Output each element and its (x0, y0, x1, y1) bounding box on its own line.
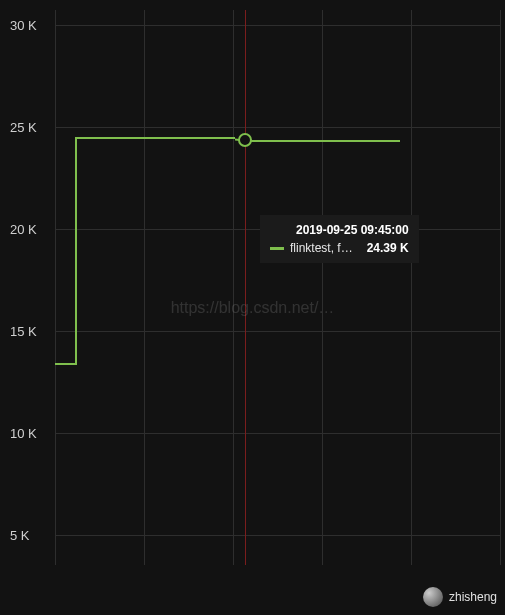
ytick-30k: 30 K (0, 18, 50, 33)
author-badge: zhisheng (423, 587, 497, 607)
gridline-v (322, 10, 323, 565)
gridline-h (55, 127, 500, 128)
tooltip-timestamp: 2019-09-25 09:45:00 (270, 223, 409, 237)
ytick-10k: 10 K (0, 426, 50, 441)
author-name: zhisheng (449, 590, 497, 604)
ytick-5k: 5 K (0, 528, 50, 543)
series-line (245, 140, 400, 142)
gridline-v (144, 10, 145, 565)
gridline-v (233, 10, 234, 565)
ytick-20k: 20 K (0, 222, 50, 237)
tooltip-value: 24.39 K (367, 241, 409, 255)
gridline-h (55, 25, 500, 26)
gridline-h (55, 331, 500, 332)
tooltip-series-label: flinktest, f… (290, 241, 353, 255)
ytick-25k: 25 K (0, 120, 50, 135)
crosshair-line (245, 10, 246, 565)
series-line (75, 137, 235, 139)
line-chart: 30 K 25 K 20 K 15 K 10 K 5 K (0, 0, 505, 615)
gridline-v (55, 10, 56, 565)
watermark-url: https://blog.csdn.net/… (171, 299, 335, 317)
ytick-15k: 15 K (0, 324, 50, 339)
legend-swatch-icon (270, 247, 284, 250)
gridline-v (411, 10, 412, 565)
plot-area[interactable]: 2019-09-25 09:45:00 flinktest, f… 24.39 … (55, 10, 500, 565)
tooltip: 2019-09-25 09:45:00 flinktest, f… 24.39 … (260, 215, 419, 263)
gridline-h (55, 433, 500, 434)
series-line (55, 363, 75, 365)
gridline-v (500, 10, 501, 565)
hover-marker (238, 133, 252, 147)
gridline-h (55, 535, 500, 536)
avatar-icon (423, 587, 443, 607)
series-line (75, 137, 77, 365)
